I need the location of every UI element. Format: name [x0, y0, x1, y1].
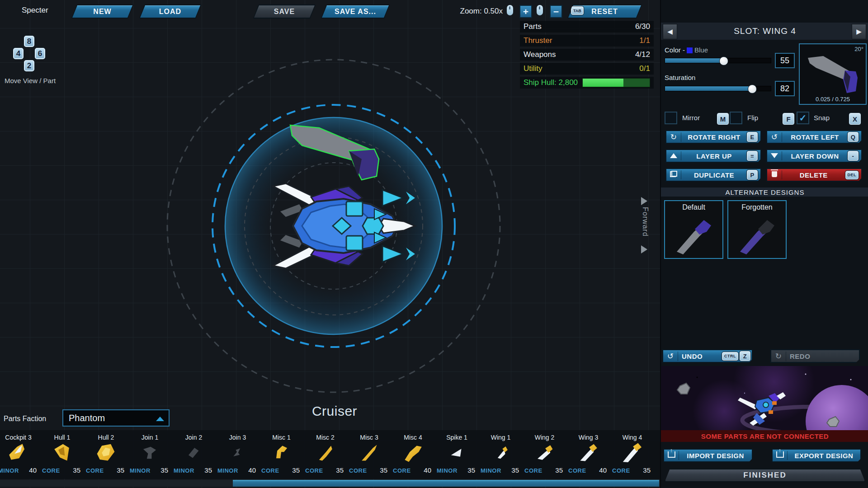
load-button[interactable]: LOAD: [139, 5, 201, 19]
stats-rows: Parts6/30 Thruster1/1 Weapons4/12 Utilit…: [520, 21, 654, 75]
redo-button[interactable]: ↻ REDO: [770, 349, 860, 363]
color-label: Color -Blue: [665, 46, 708, 54]
saturation-slider[interactable]: [665, 86, 771, 91]
flip-checkbox[interactable]: ✓: [730, 112, 742, 124]
part-icon: [359, 443, 379, 463]
color-value-box[interactable]: 55: [775, 53, 795, 68]
delete-button[interactable]: DELETE DEL: [766, 168, 862, 182]
part-misc1[interactable]: Misc 1 CORE35: [259, 430, 303, 475]
part-join1[interactable]: Join 1 MINOR35: [128, 430, 172, 475]
part-icon: [534, 443, 554, 463]
key-down-badge: 2: [24, 60, 34, 71]
mirror-checkbox[interactable]: ✓: [665, 112, 677, 124]
part-misc2[interactable]: Misc 2 CORE35: [303, 430, 347, 475]
part-icon: [578, 443, 598, 463]
part-cockpit3[interactable]: Cockpit 3 MINOR40: [0, 430, 40, 475]
key-right-badge: 6: [35, 48, 45, 59]
part-misc4[interactable]: Misc 4 CORE40: [391, 430, 435, 475]
part-hull1[interactable]: Hull 1 CORE35: [40, 430, 84, 475]
part-icon: [140, 443, 160, 463]
finished-button[interactable]: FINISHED: [665, 469, 865, 482]
saturation-label: Saturation: [665, 74, 695, 81]
parts-scrollbar-thumb[interactable]: [233, 480, 659, 487]
part-angle-label: 20°: [854, 46, 863, 52]
mouse-scroll-up-icon: [507, 5, 513, 15]
part-icon: [491, 443, 510, 463]
export-design-button[interactable]: EXPORT DESIGN: [772, 449, 861, 462]
hull-row: Ship Hull: 2,800: [520, 77, 654, 89]
part-panel: SLOT: WING 4 ◀ ▶ Color -Blue 55 Saturati…: [660, 0, 868, 488]
duplicate-icon: [670, 171, 677, 177]
stat-row: Parts6/30: [520, 21, 654, 33]
check-icon: ✓: [799, 113, 807, 123]
saturation-value-box[interactable]: 82: [775, 81, 795, 96]
reset-view-button[interactable]: RESET TAB: [567, 5, 642, 19]
left-arrow-icon: ◀: [667, 28, 673, 36]
part-wing1[interactable]: Wing 1 MINOR35: [479, 430, 523, 475]
part-scale-label: 0.025 / 0.725: [800, 96, 866, 103]
design-tile-default[interactable]: Default: [664, 200, 723, 259]
flip-label: Flip: [747, 114, 758, 122]
part-icon: [227, 443, 247, 463]
duplicate-button[interactable]: DUPLICATE P: [665, 168, 761, 182]
layer-down-icon: [771, 153, 778, 158]
part-hull2[interactable]: Hull 2 CORE35: [84, 430, 128, 475]
rotate-ccw-icon: ↺: [767, 132, 782, 142]
slot-prev-button[interactable]: ◀: [663, 24, 677, 39]
part-wing2[interactable]: Wing 2 CORE35: [523, 430, 566, 475]
part-icon: [8, 443, 28, 463]
part-spike1[interactable]: Spike 1 MINOR35: [435, 430, 479, 475]
mouse-scroll-down-icon: [537, 5, 543, 15]
space-scene: [661, 366, 868, 430]
new-button[interactable]: NEW: [71, 5, 133, 19]
redo-icon: ↻: [771, 352, 786, 361]
ship-class-label: Cruiser: [276, 404, 393, 419]
layer-up-button[interactable]: LAYER UP =: [665, 149, 761, 163]
import-design-button[interactable]: IMPORT DESIGN: [663, 449, 753, 462]
ship-sprite: [273, 183, 415, 268]
design-tile-forgotten[interactable]: Forgotten: [727, 200, 787, 259]
zoom-in-button[interactable]: +: [519, 5, 532, 18]
undo-button[interactable]: ↺ UNDO CTRL Z: [662, 349, 753, 363]
part-icon: [184, 443, 203, 463]
slot-next-button[interactable]: ▶: [852, 24, 866, 39]
layer-up-icon: [670, 153, 677, 158]
snap-label: Snap: [814, 114, 830, 122]
part-join2[interactable]: Join 2 MINOR35: [172, 430, 216, 475]
layer-down-button[interactable]: LAYER DOWN -: [766, 149, 862, 163]
stat-row: Thruster1/1: [520, 35, 654, 47]
part-join3[interactable]: Join 3 MINOR40: [216, 430, 259, 475]
parts-list: Cockpit 3 MINOR40 Hull 1 CORE35 Hull 2 C…: [0, 430, 660, 479]
part-wing4[interactable]: Wing 4 CORE35: [610, 430, 654, 475]
save-button[interactable]: SAVE: [253, 5, 316, 19]
zoom-out-button[interactable]: −: [550, 5, 562, 18]
alternate-designs-header: ALTERNATE DESIGNS: [661, 188, 868, 197]
tab-key-badge: TAB: [571, 6, 584, 15]
part-misc3[interactable]: Misc 3 CORE35: [347, 430, 391, 475]
snap-checkbox[interactable]: ✓: [797, 112, 809, 124]
design-thumbnail: [671, 212, 717, 257]
stat-row: Utility0/1: [520, 63, 654, 75]
ship-stats-panel: Parts6/30 Thruster1/1 Weapons4/12 Utilit…: [520, 21, 654, 89]
layer-up-key-badge: =: [747, 151, 758, 161]
part-icon: [52, 443, 72, 463]
color-slider[interactable]: [665, 58, 771, 63]
hull-label: Ship Hull:: [524, 78, 557, 87]
forward-arrow-icon: [641, 245, 647, 253]
move-view-label: Move View / Part: [5, 77, 56, 84]
rotate-right-button[interactable]: ↻ ROTATE RIGHT E: [665, 130, 761, 144]
parts-scrollbar-track[interactable]: [0, 480, 660, 487]
ship-preview-image: SCREENSHOT: [661, 366, 868, 430]
hull-bar-fill: [583, 79, 623, 87]
parts-faction-dropdown[interactable]: Phantom: [62, 409, 170, 427]
save-as-button[interactable]: SAVE AS...: [321, 5, 390, 19]
forward-arrow-icon: [641, 197, 647, 205]
undo-icon: ↺: [663, 352, 678, 361]
ship-editor: Cruiser Forward Specter NEW LOAD SAVE SA…: [0, 0, 868, 488]
key-left-badge: 4: [13, 48, 24, 59]
part-wing3[interactable]: Wing 3 CORE40: [566, 430, 610, 475]
design-thumbnail: [735, 212, 780, 257]
part-icon: [447, 443, 467, 463]
color-swatch: [687, 47, 693, 53]
rotate-left-button[interactable]: ↺ ROTATE LEFT Q: [766, 130, 862, 144]
